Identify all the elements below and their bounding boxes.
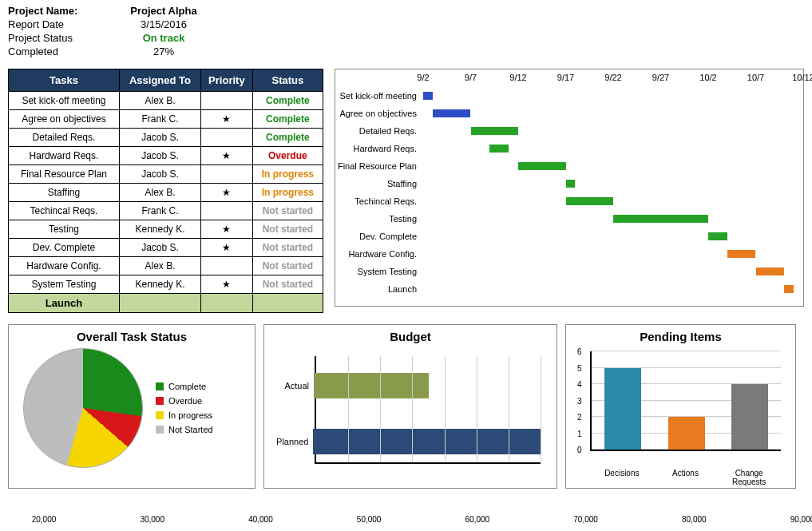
gantt-bar — [489, 145, 509, 153]
legend-item: Complete — [156, 382, 213, 391]
cell-task: Set kick-off meeting — [9, 92, 120, 110]
pending-plot: 0123456 — [590, 351, 781, 451]
cell-task: Agree on objectives — [9, 110, 120, 129]
table-row: Final Resource PlanJacob S.In progress — [9, 165, 323, 184]
table-row: Hardware Config.Alex B.Not started — [9, 257, 323, 275]
info-completed-value: 27% — [120, 46, 208, 57]
budget-gridline — [412, 356, 413, 462]
gantt-row: Dev. Complete — [335, 228, 803, 245]
budget-gridline — [509, 356, 509, 462]
gantt-row: Launch — [335, 280, 803, 298]
cell-assignee: Jacob S. — [119, 147, 200, 165]
cell-assignee: Kennedy K. — [119, 275, 200, 294]
cell-task: Dev. Complete — [9, 239, 120, 257]
cell-task: Testing — [9, 220, 120, 239]
info-status-value: On track — [120, 32, 208, 44]
gantt-row: Set kick-off meeting — [335, 87, 803, 105]
cell-assignee: Kennedy K. — [119, 220, 200, 239]
gantt-body: Set kick-off meetingAgree on objectivesD… — [335, 87, 803, 298]
cell-status: Not started — [252, 239, 323, 257]
gantt-bar — [756, 267, 785, 275]
pending-cat-label: Decisions — [590, 469, 654, 478]
budget-panel: Budget Actual Planned 20,00030,00040,000… — [263, 324, 557, 489]
gantt-bar — [613, 215, 708, 223]
gantt-track — [423, 91, 803, 101]
info-date-label: Report Date — [8, 18, 120, 30]
pending-xaxis: DecisionsActionsChange Requests — [590, 469, 781, 481]
gantt-bar — [708, 232, 727, 240]
info-completed: Completed 27% — [8, 46, 804, 57]
budget-gridline — [541, 356, 541, 462]
info-date-value: 3/15/2016 — [120, 18, 208, 30]
gantt-bar — [471, 127, 519, 135]
gantt-label: Testing — [335, 214, 423, 224]
pending-cat-label: Change Requests — [717, 469, 781, 486]
gantt-bar — [784, 285, 794, 293]
pending-ytick: 1 — [577, 429, 582, 438]
cell-priority — [201, 202, 253, 220]
gantt-track — [423, 126, 803, 136]
gantt-label: Techincal Reqs. — [335, 196, 423, 206]
gantt-label: Agree on objectives — [335, 109, 423, 118]
gantt-tick: 9/22 — [604, 73, 621, 82]
table-row: Techincal Reqs.Frank C.Not started — [9, 202, 323, 220]
gantt-row: Agree on objectives — [335, 105, 803, 122]
cell-task: Final Resource Plan — [9, 165, 120, 184]
budget-cat-actual: Actual — [272, 381, 314, 390]
legend-label: Not Started — [168, 425, 213, 434]
gantt-label: Detailed Reqs. — [335, 126, 423, 136]
legend-item: In progress — [156, 410, 213, 420]
gantt-track — [423, 179, 803, 188]
cell-assignee: Frank C. — [119, 110, 200, 129]
gantt-row: Staffing — [335, 175, 803, 192]
cell-priority: ★ — [201, 147, 253, 165]
gantt-row: Detailed Reqs. — [335, 122, 803, 140]
cell-priority — [201, 165, 253, 184]
gantt-row: Hardware Config. — [335, 245, 803, 263]
gantt-chart: 9/29/79/129/179/229/2710/210/710/12 Set … — [335, 69, 804, 307]
cell-status: Not started — [252, 275, 323, 294]
gantt-track — [423, 249, 803, 259]
gantt-track — [423, 267, 803, 276]
gantt-bar — [518, 162, 566, 170]
budget-row-planned: Planned — [272, 426, 541, 457]
gantt-bar — [566, 197, 614, 205]
cell-priority: ★ — [201, 110, 253, 129]
budget-plot: Actual Planned — [315, 356, 541, 464]
gantt-label: Final Resource Plan — [335, 161, 423, 171]
legend-swatch — [156, 426, 164, 434]
gantt-bar — [566, 180, 576, 188]
gantt-track — [423, 232, 803, 241]
cell-status: Complete — [252, 92, 323, 110]
gantt-bar — [423, 92, 433, 100]
gantt-label: Set kick-off meeting — [335, 91, 423, 101]
budget-gridline — [445, 356, 446, 462]
col-assigned: Assigned To — [119, 69, 200, 92]
legend-swatch — [156, 411, 164, 419]
cell-priority: ★ — [201, 275, 253, 294]
budget-bar-actual — [314, 373, 429, 398]
gantt-tick: 9/7 — [465, 73, 477, 82]
gantt-label: Hardware Config. — [335, 249, 423, 259]
gantt-row: Hardward Reqs. — [335, 140, 803, 157]
legend-swatch — [156, 382, 164, 390]
budget-gridline — [477, 356, 477, 462]
cell-task: Hardware Config. — [9, 257, 120, 275]
pie-title: Overall Task Status — [15, 330, 248, 343]
gantt-track — [423, 144, 803, 153]
col-tasks: Tasks — [9, 69, 120, 92]
legend-item: Not Started — [156, 425, 213, 434]
pie-panel: Overall Task Status CompleteOverdueIn pr… — [8, 324, 255, 489]
tasks-table: Tasks Assigned To Priority Status Set ki… — [8, 69, 323, 313]
table-row: System TestingKennedy K.★Not started — [9, 275, 323, 294]
budget-title: Budget — [271, 330, 550, 343]
table-row: Agree on objectivesFrank C.★Complete — [9, 110, 323, 129]
pending-ytick: 4 — [577, 380, 582, 389]
launch-row: Launch — [9, 294, 323, 313]
gantt-label: Dev. Complete — [335, 232, 423, 241]
budget-bar-planned — [313, 429, 541, 454]
gantt-label: Launch — [335, 284, 423, 294]
info-completed-label: Completed — [8, 46, 120, 57]
cell-priority — [201, 257, 253, 275]
gantt-track — [423, 196, 803, 206]
